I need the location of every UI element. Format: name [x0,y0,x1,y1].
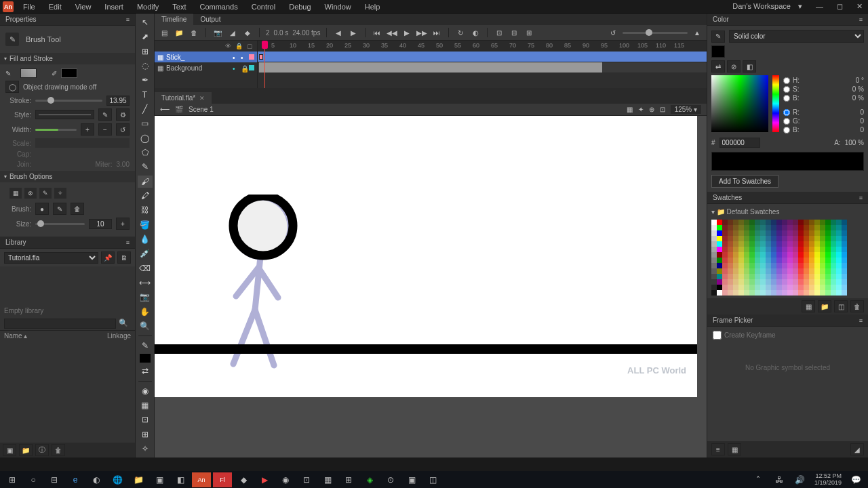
swatch-folder[interactable]: ▾ 📁 Default Swatches [711,207,864,217]
layer-stick[interactable]: ▦Stick_•• [155,52,257,62]
swatch-delete-icon[interactable]: 🗑 [850,300,864,312]
menu-debug[interactable]: Debug [283,1,316,12]
width-tool-icon[interactable]: ⟷ [138,277,153,289]
goto-start-icon[interactable]: ⏮ [372,27,382,38]
swatch-new-folder-icon[interactable]: 📁 [818,300,831,312]
polystar-tool-icon[interactable]: ⬠ [138,146,153,159]
next-icon[interactable]: ▶ [348,27,359,38]
brush-opt2-icon[interactable]: ⊗ [24,188,37,199]
swap-colors-icon[interactable]: ⇄ [138,365,153,377]
hand-tool-icon[interactable]: ✋ [138,306,153,318]
menu-control[interactable]: Control [246,1,281,12]
stroke-slider[interactable] [35,100,102,102]
lib-pin-icon[interactable]: 📌 [101,251,115,264]
opt4-icon[interactable]: ⊞ [138,428,153,441]
panel-menu-icon[interactable]: ≡ [859,16,863,23]
scene-back-icon[interactable]: ⟵ [160,106,170,113]
prev-icon[interactable]: ◀ [333,27,344,38]
app7-icon[interactable]: ⊡ [297,472,316,487]
app4-icon[interactable]: ◆ [234,472,253,487]
brush-options-header[interactable]: Brush Options [0,171,135,182]
subselect-tool-icon[interactable]: ⬈ [138,30,153,43]
style-dropdown[interactable] [35,110,94,119]
stroke-color-btn[interactable]: ✎ [711,30,725,43]
playhead[interactable] [264,41,265,88]
radio-h[interactable] [783,77,790,84]
zoom-dropdown[interactable]: 125% ▾ [671,105,701,114]
color-none-icon[interactable]: ⊘ [727,60,741,73]
radio-g[interactable] [783,118,790,125]
fill-color-icon[interactable] [140,354,151,363]
brush-opt3-icon[interactable]: ✎ [39,188,52,199]
style-opts-icon[interactable]: ⚙ [116,108,130,121]
object-drawing-toggle[interactable]: ◯ [5,81,19,93]
brush-delete-icon[interactable]: 🗑 [71,203,84,215]
app12-icon[interactable]: ▣ [402,472,421,487]
notifications-icon[interactable]: 💬 [846,472,865,487]
transform-tool-icon[interactable]: ⊞ [138,45,153,58]
swatch-opt1-icon[interactable]: ▦ [802,300,815,312]
stroke-swatch[interactable] [61,68,77,78]
brush-edit-icon[interactable]: ✎ [53,203,66,215]
clock[interactable]: 12:52 PM1/19/2019 [812,473,844,487]
style-edit-icon[interactable]: ✎ [98,108,112,121]
library-search-input[interactable] [4,319,116,329]
search-icon[interactable]: 🔍 [116,319,131,329]
bucket-tool-icon[interactable]: 🪣 [138,219,153,231]
minimize-icon[interactable]: — [810,1,829,12]
lasso-tool-icon[interactable]: ◌ [138,60,153,72]
brush-shape-picker[interactable]: ● [35,203,49,215]
size-slider[interactable] [35,223,85,225]
width-add-icon[interactable]: + [81,123,94,136]
fill-color-btn[interactable] [711,45,725,58]
opt5-icon[interactable]: ✧ [138,443,153,455]
center-icon[interactable]: ⊕ [649,106,654,113]
span-icon1[interactable]: ⊡ [494,27,505,38]
radio-b[interactable] [783,95,790,102]
camera-tool-icon[interactable]: 📷 [138,291,153,303]
hue-slider[interactable] [772,75,779,132]
close-tab-icon[interactable]: ✕ [199,95,205,102]
span-icon2[interactable]: ⊟ [509,27,519,38]
app8-icon[interactable]: ▦ [318,472,337,487]
document-tab[interactable]: Tutorial.fla*✕ [155,92,212,104]
lib-col-linkage[interactable]: Linkage [107,332,131,340]
keyframe-icon[interactable]: ◆ [242,27,253,38]
paint-brush-tool-icon[interactable]: 🖍 [138,190,153,202]
lib-delete-icon[interactable]: 🗑 [52,444,65,456]
width-reset-icon[interactable]: ↺ [116,123,130,136]
size-plus-icon[interactable]: + [116,218,130,230]
fill-stroke-header[interactable]: Fill and Stroke [0,53,135,64]
bone-tool-icon[interactable]: ⛓ [138,204,153,216]
app6-icon[interactable]: ◉ [276,472,295,487]
menu-modify[interactable]: Modify [132,1,164,12]
animate-taskbar-icon[interactable]: An [192,472,211,487]
layer-depth-icon[interactable]: ◢ [227,27,238,38]
eraser-tool-icon[interactable]: ⌫ [138,262,153,274]
swatch-grid[interactable] [711,220,864,296]
onion-icon[interactable]: ◐ [470,27,481,38]
app11-icon[interactable]: ⊙ [381,472,400,487]
loop-icon[interactable]: ↻ [455,27,466,38]
panel-menu-icon[interactable]: ≡ [126,239,130,246]
hex-input[interactable] [719,138,760,148]
brush-tool-icon[interactable]: 🖌 [138,176,153,188]
lib-props-icon[interactable]: ⓘ [35,444,49,456]
brush-opt4-icon[interactable]: ✧ [54,188,66,199]
stage-area[interactable]: ALL PC World [155,116,707,458]
lib-col-name[interactable]: Name ▴ [4,332,107,340]
selection-tool-icon[interactable]: ↖ [138,16,153,28]
fit-icon[interactable]: ⊡ [660,106,665,113]
start-button[interactable]: ⊞ [3,472,22,487]
current-frame[interactable]: 2 [266,29,270,37]
span-icon3[interactable]: ⊞ [524,27,534,38]
radio-r[interactable] [783,109,790,116]
visibility-icon[interactable]: 👁 [225,43,231,49]
flash-icon[interactable]: Fl [213,472,232,487]
play-icon[interactable]: ▶ [401,27,412,38]
width-sub-icon[interactable]: − [98,123,112,136]
alpha-value[interactable]: 100 % [845,139,864,146]
fp-opt2-icon[interactable]: ▦ [728,443,741,455]
menu-text[interactable]: Text [167,1,191,12]
fp-opt1-icon[interactable]: ≡ [711,443,725,455]
